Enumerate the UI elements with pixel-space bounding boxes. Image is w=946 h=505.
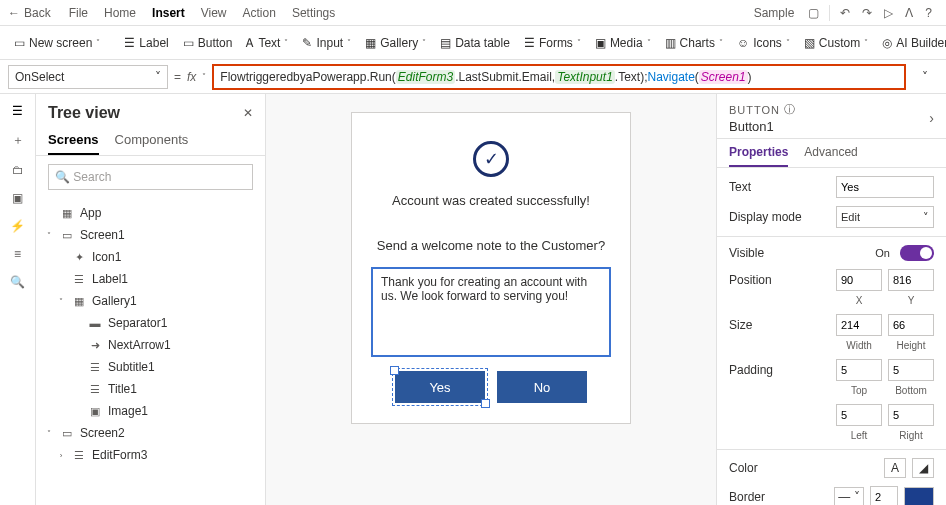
close-panel-icon[interactable]: ✕ — [243, 106, 253, 120]
label-icon: ☰ — [124, 36, 135, 50]
prop-padding-left[interactable] — [836, 404, 882, 426]
prop-size-h[interactable] — [888, 314, 934, 336]
menu-action[interactable]: Action — [243, 6, 276, 20]
prop-text-label: Text — [729, 180, 830, 194]
tree-item-screen1[interactable]: ˅▭Screen1 — [36, 224, 265, 246]
environment-icon[interactable]: ▢ — [808, 6, 819, 20]
label-tree-icon: ☰ — [88, 383, 102, 396]
tree-item-image1[interactable]: ▣Image1 — [36, 400, 265, 422]
datatable-icon: ▤ — [440, 36, 451, 50]
prop-text-input[interactable] — [836, 176, 934, 198]
chevron-down-icon: ˅ — [44, 429, 54, 438]
ribbon-charts[interactable]: ▥Charts˅ — [665, 36, 723, 50]
play-icon[interactable]: ▷ — [884, 6, 893, 20]
variables-icon[interactable]: ≡ — [8, 247, 28, 261]
ribbon-new-screen[interactable]: ▭New screen˅ — [14, 36, 100, 50]
insert-icon[interactable]: ＋ — [8, 132, 28, 149]
menu-file[interactable]: File — [69, 6, 88, 20]
prop-padding-top[interactable] — [836, 359, 882, 381]
tab-screens[interactable]: Screens — [48, 126, 99, 155]
info-icon[interactable]: ⓘ — [784, 102, 796, 117]
prop-size-label: Size — [729, 318, 830, 332]
ribbon-button[interactable]: ▭Button — [183, 36, 233, 50]
tree-search-input[interactable]: 🔍 Search — [48, 164, 253, 190]
prop-position-x[interactable] — [836, 269, 882, 291]
prop-font-color[interactable]: A — [884, 458, 906, 478]
prop-padding-bottom[interactable] — [888, 359, 934, 381]
ribbon-input[interactable]: ✎Input˅ — [302, 36, 351, 50]
ribbon-gallery[interactable]: ▦Gallery˅ — [365, 36, 426, 50]
data-icon[interactable]: 🗀 — [8, 163, 28, 177]
menu-home[interactable]: Home — [104, 6, 136, 20]
menu-settings[interactable]: Settings — [292, 6, 335, 20]
prop-padding-right[interactable] — [888, 404, 934, 426]
tab-components[interactable]: Components — [115, 126, 189, 155]
ribbon-forms[interactable]: ☰Forms˅ — [524, 36, 581, 50]
ribbon-aibuilder[interactable]: ◎AI Builder˅ — [882, 36, 946, 50]
prop-displaymode-label: Display mode — [729, 210, 830, 224]
welcome-textinput[interactable]: Thank you for creating an account with u… — [371, 267, 611, 357]
prop-visible-label: Visible — [729, 246, 869, 260]
share-icon[interactable]: ᐱ — [905, 6, 913, 20]
ribbon-icons[interactable]: ☺Icons˅ — [737, 36, 790, 50]
back-button[interactable]: ← Back — [8, 6, 51, 20]
tree-item-icon1[interactable]: ✦Icon1 — [36, 246, 265, 268]
button-icon: ▭ — [183, 36, 194, 50]
prop-position-y[interactable] — [888, 269, 934, 291]
tree-item-editform3[interactable]: ›☰EditForm3 — [36, 444, 265, 466]
charts-icon: ▥ — [665, 36, 676, 50]
welcome-question: Send a welcome note to the Customer? — [377, 238, 605, 253]
tree-item-nextarrow1[interactable]: ➜NextArrow1 — [36, 334, 265, 356]
tree-item-screen2[interactable]: ˅▭Screen2 — [36, 422, 265, 444]
ribbon-text[interactable]: ᎪText˅ — [246, 36, 288, 50]
expand-panel-icon[interactable]: › — [929, 110, 934, 126]
undo-icon[interactable]: ↶ — [840, 6, 850, 20]
formula-input[interactable]: FlowtriggeredbyaPowerapp.Run( EditForm3 … — [212, 64, 906, 90]
property-dropdown[interactable]: OnSelect ˅ — [8, 65, 168, 89]
ribbon-label[interactable]: ☰Label — [124, 36, 168, 50]
tab-advanced[interactable]: Advanced — [804, 139, 857, 167]
tree-item-title1[interactable]: ☰Title1 — [36, 378, 265, 400]
aibuilder-icon: ◎ — [882, 36, 892, 50]
yes-button[interactable]: Yes — [395, 371, 485, 403]
tab-properties[interactable]: Properties — [729, 139, 788, 167]
prop-border-width[interactable] — [870, 486, 898, 505]
redo-icon[interactable]: ↷ — [862, 6, 872, 20]
text-icon: Ꭺ — [246, 36, 254, 50]
prop-displaymode-dropdown[interactable]: Edit˅ — [836, 206, 934, 228]
ribbon-custom[interactable]: ▧Custom˅ — [804, 36, 868, 50]
tree-item-label1[interactable]: ☰Label1 — [36, 268, 265, 290]
prop-padding-label: Padding — [729, 363, 830, 377]
tree-item-app[interactable]: ▦App — [36, 202, 265, 224]
search-rail-icon[interactable]: 🔍 — [8, 275, 28, 289]
prop-border-color[interactable] — [904, 487, 934, 505]
tree-item-gallery1[interactable]: ˅▦Gallery1 — [36, 290, 265, 312]
chevron-down-icon: ˅ — [56, 297, 66, 306]
tree-item-subtitle1[interactable]: ☰Subtitle1 — [36, 356, 265, 378]
ribbon: ▭New screen˅ ☰Label ▭Button ᎪText˅ ✎Inpu… — [0, 26, 946, 60]
help-icon[interactable]: ? — [925, 6, 932, 20]
tree-view-panel: Tree view ✕ Screens Components 🔍 Search … — [36, 94, 266, 505]
forms-icon: ☰ — [524, 36, 535, 50]
prop-position-label: Position — [729, 273, 830, 287]
icons-icon: ☺ — [737, 36, 749, 50]
prop-visible-toggle[interactable] — [900, 245, 934, 261]
ribbon-media[interactable]: ▣Media˅ — [595, 36, 651, 50]
menu-view[interactable]: View — [201, 6, 227, 20]
tree-view-icon[interactable]: ☰ — [8, 104, 28, 118]
chevron-down-icon[interactable]: ˅ — [202, 72, 206, 81]
label-tree-icon: ☰ — [72, 273, 86, 286]
media-rail-icon[interactable]: ▣ — [8, 191, 28, 205]
ribbon-datatable[interactable]: ▤Data table — [440, 36, 510, 50]
prop-fill-color[interactable]: ◢ — [912, 458, 934, 478]
check-circle-icon: ✓ — [473, 141, 509, 177]
no-button[interactable]: No — [497, 371, 587, 403]
expand-formula-icon[interactable]: ˅ — [912, 70, 938, 84]
label-tree-icon: ☰ — [88, 361, 102, 374]
prop-size-w[interactable] — [836, 314, 882, 336]
tree-item-separator1[interactable]: ▬Separator1 — [36, 312, 265, 334]
canvas[interactable]: ✓ Account was created successfully! Send… — [266, 94, 716, 505]
prop-border-style[interactable]: — ˅ — [834, 487, 864, 505]
menu-insert[interactable]: Insert — [152, 6, 185, 20]
power-automate-icon[interactable]: ⚡ — [8, 219, 28, 233]
